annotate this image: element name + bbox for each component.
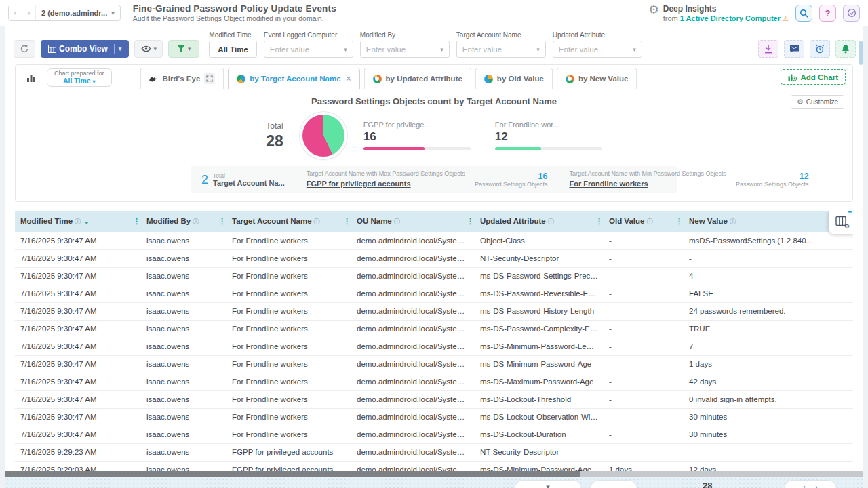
filter-placeholder: Enter value — [366, 45, 406, 54]
table-cell: NT-Security-Descriptor — [475, 249, 604, 267]
table-row[interactable]: 7/16/2025 9:30:47 AMisaac.owensFor Frond… — [15, 390, 853, 408]
column-menu-icon[interactable]: ⋮ — [595, 217, 603, 226]
insights-source-link[interactable]: 1 Active Directory Computer — [680, 14, 781, 22]
bar-chart-icon — [26, 73, 36, 83]
scrollbar-thumb[interactable] — [5, 471, 580, 477]
table-cell: 30 minutes — [684, 408, 853, 426]
col-header-target-account-name[interactable]: Target Account Nameⓘ⋮ — [226, 211, 351, 232]
table-row[interactable]: 7/16/2025 9:30:47 AMisaac.owensFor Frond… — [15, 426, 853, 443]
table-row[interactable]: 7/16/2025 9:30:47 AMisaac.owensFor Frond… — [15, 338, 853, 355]
tab-by-updated-attribute[interactable]: by Updated Attribute — [364, 68, 471, 89]
chart-type-button[interactable] — [21, 68, 41, 87]
col-header-label: New Value — [689, 217, 728, 225]
column-menu-icon[interactable]: ⋮ — [675, 217, 683, 226]
tab-by-old-value[interactable]: by Old Value — [475, 68, 553, 89]
schedule-button[interactable] — [810, 40, 830, 58]
table-row[interactable]: 7/16/2025 9:30:47 AMisaac.owensFor Frond… — [15, 320, 853, 338]
table-row[interactable]: 7/16/2025 9:30:47 AMisaac.owensFor Frond… — [15, 355, 853, 373]
table-cell: 7/16/2025 9:30:47 AM — [15, 320, 141, 338]
chart-period-dropdown[interactable]: Chart prepared for All Time ▾ — [47, 68, 112, 87]
customize-button[interactable]: ⚙ Customize — [791, 95, 844, 109]
combo-view-icon — [48, 45, 56, 53]
customize-label: Customize — [806, 98, 838, 106]
legend-label: For Frondline wor... — [495, 121, 602, 129]
pie-chart-icon — [373, 75, 382, 83]
add-chart-button[interactable]: Add Chart — [781, 69, 846, 85]
nav-forward-button[interactable]: › — [22, 5, 36, 21]
table-cell: demo.admindroid.local/System/P... — [351, 320, 475, 338]
header-right: ⚙ Deep Insights from 1 Active Directory … — [649, 4, 860, 22]
column-menu-icon[interactable]: ⋮ — [133, 217, 140, 226]
tab-bird-s-eye[interactable]: Bird's Eye — [140, 68, 224, 89]
col-header-updated-attribute[interactable]: Updated Attributeⓘ⋮ — [475, 211, 604, 232]
pie-chart[interactable] — [302, 115, 344, 157]
gear-icon: ⚙ — [844, 223, 850, 230]
chart-tabbar: Chart prepared for All Time ▾ Bird's Eye… — [16, 65, 852, 89]
filter-input-event-logged-computer[interactable]: Enter value▾ — [264, 41, 353, 58]
chart-total-value: 28 — [266, 132, 283, 150]
expand-icon[interactable] — [204, 73, 215, 84]
pagination-bar: ▾ ... 28 ‹ › — [5, 477, 863, 488]
col-header-modified-by[interactable]: Modified Byⓘ⋮ — [141, 211, 226, 232]
vertical-scrollbar[interactable] — [859, 41, 863, 65]
combo-view-label: Combo View — [59, 44, 108, 54]
alerts-button[interactable] — [835, 40, 856, 58]
col-header-modified-time[interactable]: Modified Timeⓘ⌄⋮ — [15, 211, 141, 232]
email-report-button[interactable] — [784, 40, 804, 58]
col-header-label: Modified Time — [20, 217, 73, 225]
combo-view-button[interactable]: Combo View ▾ — [41, 40, 129, 58]
view-columns-button[interactable]: ▾ — [134, 40, 163, 58]
col-header-new-value[interactable]: New Valueⓘ⋮ — [684, 211, 853, 232]
table-cell: - — [604, 320, 684, 338]
status-check-button[interactable] — [843, 5, 860, 22]
table-row[interactable]: 7/16/2025 9:30:47 AMisaac.owensFor Frond… — [15, 249, 853, 267]
column-menu-icon[interactable]: ⋮ — [467, 217, 474, 226]
refresh-button[interactable] — [14, 40, 35, 58]
filter-input-target-account-name[interactable]: Enter value▾ — [456, 41, 546, 58]
info-icon: ⓘ — [75, 218, 81, 225]
table-row[interactable]: 7/16/2025 9:30:47 AMisaac.owensFor Frond… — [15, 408, 853, 426]
table-row[interactable]: 7/16/2025 9:30:47 AMisaac.owensFor Frond… — [15, 373, 853, 390]
column-menu-icon[interactable]: ⋮ — [343, 217, 351, 226]
filter-input-modified-by[interactable]: Enter value▾ — [360, 41, 450, 58]
table-cell: 7/16/2025 9:30:47 AM — [15, 390, 141, 408]
help-button[interactable]: ? — [819, 5, 836, 22]
chart-period-label: Chart prepared for — [54, 70, 104, 77]
filter-value-modified-time[interactable]: All Time — [209, 41, 257, 58]
table-row[interactable]: 7/16/2025 9:30:47 AMisaac.owensFor Frond… — [15, 302, 853, 320]
search-button[interactable] — [795, 5, 812, 22]
tab-by-target-account-name[interactable]: by Target Account Name× — [228, 68, 359, 89]
table-cell: - — [684, 249, 853, 267]
filter-input-updated-attribute[interactable]: Enter value▾ — [553, 41, 642, 58]
rows-per-page-dropdown[interactable]: ▾ — [514, 480, 582, 488]
col-header-old-value[interactable]: Old Valueⓘ⋮ — [604, 211, 684, 232]
table-row[interactable]: 7/16/2025 9:30:47 AMisaac.owensFor Frond… — [15, 232, 853, 249]
summary-min-link[interactable]: For Frondline workers — [569, 180, 648, 188]
prev-page-icon: ‹ — [803, 483, 806, 488]
table-cell: 7/16/2025 9:30:47 AM — [15, 355, 141, 373]
page-options-button[interactable]: ... — [590, 480, 637, 488]
warning-icon: ⚠ — [783, 15, 789, 22]
table-row[interactable]: 7/16/2025 9:30:47 AMisaac.owensFor Frond… — [15, 285, 853, 302]
table-cell: demo.admindroid.local/System/P... — [351, 302, 475, 320]
page-nav-buttons[interactable]: ‹ › — [784, 480, 837, 488]
export-download-button[interactable] — [758, 40, 778, 58]
nav-back-button[interactable]: ‹ — [9, 5, 22, 21]
col-header-ou-name[interactable]: OU Nameⓘ⋮ — [351, 211, 475, 232]
legend-value: 12 — [495, 130, 602, 144]
close-icon[interactable]: × — [347, 74, 351, 83]
column-menu-icon[interactable]: ⋮ — [218, 217, 226, 226]
legend-item-fgpp-for-privileged-accounts: FGPP for privilege...16 — [363, 121, 471, 150]
horizontal-scrollbar[interactable] — [5, 471, 863, 477]
summary-count-label: Target Account Na... — [213, 179, 285, 187]
toolbar-actions — [758, 40, 856, 58]
table-row[interactable]: 7/16/2025 9:29:23 AMisaac.owensFGPP for … — [15, 443, 853, 461]
summary-max-link[interactable]: FGPP for privileged accounts — [307, 180, 411, 188]
table-cell: isaac.owens — [141, 267, 226, 285]
table-row[interactable]: 7/16/2025 9:30:47 AMisaac.owensFor Frond… — [15, 267, 853, 285]
column-settings-button[interactable]: ⚙ — [829, 211, 853, 234]
report-selector-dropdown[interactable]: 2 (demo.admindr... ▾ — [36, 9, 120, 17]
tab-by-new-value[interactable]: by New Value — [557, 68, 637, 89]
legend-bar-fill — [363, 147, 425, 150]
filter-button[interactable]: ▾ — [168, 40, 199, 58]
